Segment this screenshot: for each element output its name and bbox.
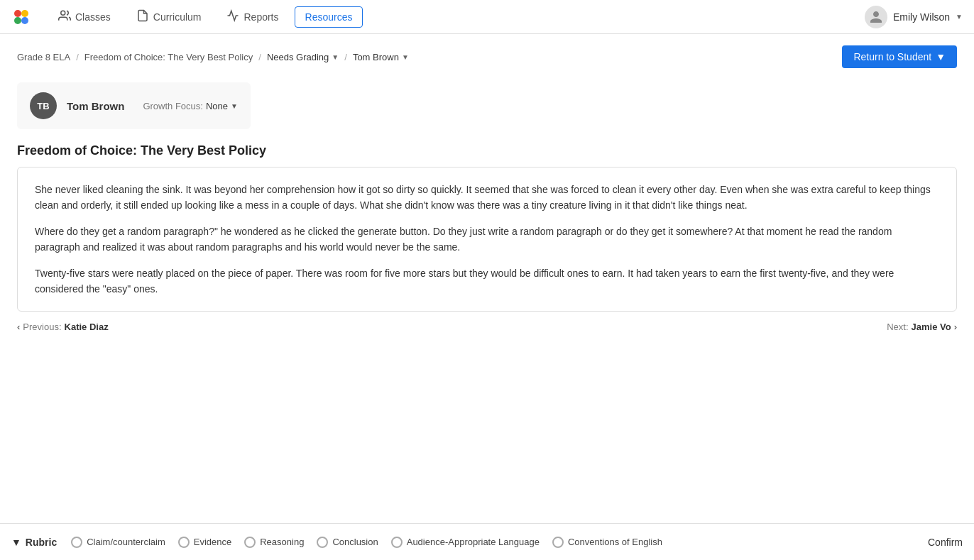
nav-resources-label: Resources [305,11,353,23]
breadcrumb-sep-2: / [258,52,261,62]
svg-point-4 [61,11,65,15]
breadcrumb-sep-3: / [344,52,347,62]
nav-resources[interactable]: Resources [295,6,363,28]
rubric-reasoning-label: Reasoning [260,537,304,547]
previous-student-button[interactable]: ‹ Previous: Katie Diaz [17,322,109,332]
curriculum-icon [136,9,149,24]
student-name: Tom Brown [67,100,124,112]
rubric-toggle[interactable]: ▼ Rubric [11,537,57,548]
rubric-label: Rubric [26,537,57,548]
user-chevron-icon: ▼ [956,13,963,21]
next-student-name: Jamie Vo [912,322,951,332]
rubric-items: Claim/counterclaim Evidence Reasoning Co… [71,537,928,548]
next-label: Next: [887,322,908,332]
user-area[interactable]: Emily Wilson ▼ [865,6,963,28]
rubric-radio-evidence[interactable] [178,537,190,548]
breadcrumb-student[interactable]: Tom Brown ▼ [353,52,409,62]
growth-focus-label: Growth Focus: [143,101,203,111]
rubric-conventions-label: Conventions of English [568,537,662,547]
rubric-claim-label: Claim/counterclaim [87,537,165,547]
rubric-radio-conventions[interactable] [552,537,564,548]
status-chevron-icon: ▼ [332,53,339,61]
confirm-button[interactable]: Confirm [928,537,963,548]
rubric-conclusion-label: Conclusion [332,537,378,547]
rubric-evidence-label: Evidence [194,537,231,547]
essay-content: She never liked cleaning the sink. It wa… [17,167,957,312]
rubric-audience-label: Audience-Appropriate Language [407,537,540,547]
rubric-item-evidence[interactable]: Evidence [178,537,231,548]
essay-paragraph-2: Where do they get a random paragraph?" h… [35,224,939,256]
nav-reports-label: Reports [244,11,278,23]
next-student-button[interactable]: Next: Jamie Vo › [887,322,957,332]
rubric-item-reasoning[interactable]: Reasoning [244,537,304,548]
rubric-radio-audience[interactable] [391,537,403,548]
nav-classes[interactable]: Classes [48,5,121,28]
rubric-item-conventions[interactable]: Conventions of English [552,537,662,548]
user-name: Emily Wilson [893,11,950,23]
rubric-item-conclusion[interactable]: Conclusion [317,537,378,548]
essay-paragraph-1: She never liked cleaning the sink. It wa… [35,182,939,214]
breadcrumb-grade[interactable]: Grade 8 ELA [17,52,70,62]
essay-title: Freedom of Choice: The Very Best Policy [17,143,957,158]
growth-focus-value: None [206,101,228,111]
student-navigation: ‹ Previous: Katie Diaz Next: Jamie Vo › [17,322,957,332]
rubric-chevron-icon: ▼ [11,537,21,548]
rubric-item-audience[interactable]: Audience-Appropriate Language [391,537,540,548]
breadcrumb-assignment[interactable]: Freedom of Choice: The Very Best Policy [84,52,253,62]
student-card: TB Tom Brown Growth Focus: None ▼ [17,82,251,129]
nav-classes-label: Classes [75,11,111,23]
rubric-radio-reasoning[interactable] [244,537,256,548]
svg-point-3 [21,17,28,24]
avatar [865,6,887,28]
nav-reports[interactable]: Reports [217,5,288,28]
rubric-radio-claim[interactable] [71,537,82,548]
classes-icon [58,9,71,24]
nav-items: Classes Curriculum Reports Resources [48,5,865,28]
rubric-bar: ▼ Rubric Claim/counterclaim Evidence Rea… [0,523,974,560]
breadcrumb-status[interactable]: Needs Grading ▼ [267,52,339,62]
rubric-item-claim[interactable]: Claim/counterclaim [71,537,165,548]
breadcrumb: Grade 8 ELA / Freedom of Choice: The Ver… [0,34,974,68]
previous-label: Previous: [23,322,61,332]
app-logo [11,7,31,27]
top-nav: Classes Curriculum Reports Resources Emi… [0,0,974,34]
essay-paragraph-3: Twenty-five stars were neatly placed on … [35,265,939,297]
growth-focus: Growth Focus: None ▼ [143,101,238,111]
reports-icon [226,9,239,24]
student-avatar: TB [30,92,57,119]
nav-curriculum[interactable]: Curriculum [126,5,212,28]
svg-point-0 [14,10,21,17]
prev-chevron-icon: ‹ [17,322,20,332]
breadcrumb-sep-1: / [76,52,79,62]
svg-point-2 [14,17,21,24]
next-chevron-icon: › [954,322,957,332]
return-chevron-icon: ▼ [936,51,946,62]
growth-focus-chevron-icon[interactable]: ▼ [231,102,238,110]
rubric-radio-conclusion[interactable] [317,537,328,548]
svg-point-1 [21,10,28,17]
nav-curriculum-label: Curriculum [153,11,202,23]
previous-student-name: Katie Diaz [65,322,109,332]
return-to-student-button[interactable]: Return to Student ▼ [842,45,957,68]
student-chevron-icon: ▼ [402,53,409,61]
